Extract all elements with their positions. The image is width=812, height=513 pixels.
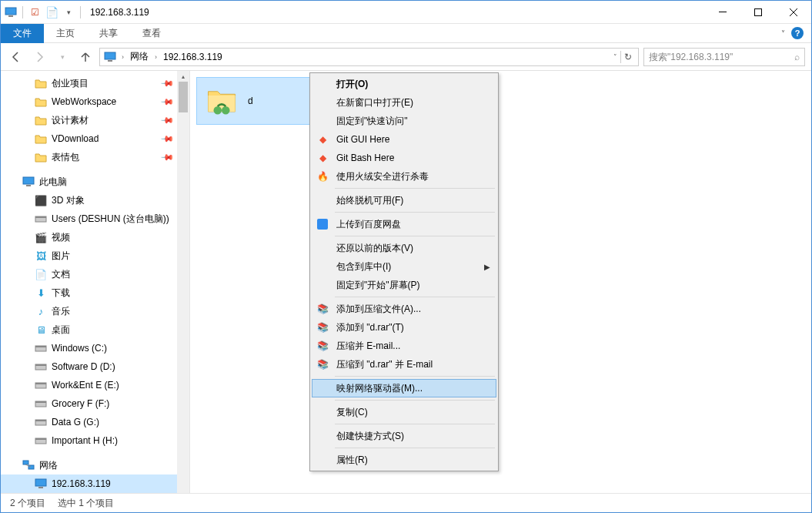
cm-open-new-window[interactable]: 在新窗口中打开(E) (312, 93, 496, 112)
ribbon-file-tab[interactable]: 文件 (1, 24, 44, 43)
winrar-icon: 📚 (316, 358, 329, 370)
sidebar-network[interactable]: 网络 (1, 456, 189, 474)
nav-back[interactable] (7, 48, 25, 66)
window-controls (705, 1, 811, 24)
sidebar-quick-item[interactable]: WebWorkspace📌 (1, 92, 189, 111)
search-icon[interactable]: ⌕ (794, 52, 800, 62)
nav-up[interactable] (76, 48, 95, 66)
addr-controls: ˅ ↻ (609, 51, 637, 63)
cm-restore-previous[interactable]: 还原以前的版本(V) (312, 239, 496, 257)
cm-rar-email-d[interactable]: 📚压缩到 "d.rar" 并 E-mail (312, 355, 496, 374)
cm-include-library[interactable]: 包含到库中(I)▶ (312, 257, 496, 276)
sidebar-network-host[interactable]: 192.168.3.119 (1, 474, 189, 493)
sidebar: 创业项目📌WebWorkspace📌设计素材📌VDownload📌表情包📌 此电… (1, 71, 190, 493)
folder-icon (35, 96, 47, 108)
cm-rar-email[interactable]: 📚压缩并 E-mail... (312, 337, 496, 355)
dropdown-icon[interactable]: ▾ (62, 5, 75, 19)
cm-huorong[interactable]: 🔥使用火绒安全进行杀毒 (312, 167, 496, 186)
search-bar[interactable]: ⌕ (643, 48, 805, 66)
cm-map-drive[interactable]: 映射网络驱动器(M)... (312, 379, 496, 397)
check-icon[interactable]: ☑ (28, 5, 42, 19)
pc-icon[interactable] (4, 5, 18, 19)
ribbon-share-tab[interactable]: 共享 (87, 24, 130, 43)
sidebar-quick-item[interactable]: 表情包📌 (1, 148, 189, 166)
cm-baidu-upload[interactable]: 上传到百度网盘 (312, 215, 496, 233)
git-icon: ◆ (316, 152, 329, 164)
file-icon[interactable]: 📄 (45, 5, 58, 19)
statusbar: 2 个项目 选中 1 个项目 (1, 493, 811, 513)
sidebar-pc-item[interactable]: Windows (C:) (1, 339, 189, 357)
winrar-icon: 📚 (316, 303, 329, 315)
sidebar-pc-item[interactable]: 🖼图片 (1, 246, 189, 265)
sidebar-pc-item[interactable]: Grocery F (F:) (1, 394, 189, 413)
svg-rect-21 (35, 420, 46, 421)
sidebar-thispc[interactable]: 此电脑 (1, 173, 189, 191)
sidebar-label: 3D 对象 (52, 194, 85, 207)
sidebar-pc-item[interactable]: 🎬视频 (1, 228, 189, 246)
sidebar-quick-item[interactable]: VDownload📌 (1, 129, 189, 148)
cm-properties[interactable]: 属性(R) (312, 451, 496, 469)
svg-rect-11 (35, 216, 46, 218)
cm-rar-add-d[interactable]: 📚添加到 "d.rar"(T) (312, 318, 496, 337)
drive-icon (35, 397, 47, 410)
sidebar-pc-item[interactable]: Software D (D:) (1, 357, 189, 376)
sidebar-quick-item[interactable]: 设计素材📌 (1, 111, 189, 129)
cm-rar-add[interactable]: 📚添加到压缩文件(A)... (312, 300, 496, 318)
pin-icon: 📌 (159, 112, 174, 127)
dl-icon: ⬇ (35, 287, 47, 299)
sidebar-label: Grocery F (F:) (52, 398, 109, 409)
cm-copy[interactable]: 复制(C) (312, 403, 496, 421)
network-icon (22, 459, 35, 471)
sidebar-pc-item[interactable]: Users (DESHUN (这台电脑)) (1, 210, 189, 228)
window-title: 192.168.3.119 (85, 7, 149, 18)
cm-pin-start[interactable]: 固定到"开始"屏幕(P) (312, 276, 496, 294)
sidebar-pc-item[interactable]: ♪音乐 (1, 302, 189, 320)
addr-host[interactable]: 192.168.3.119 (160, 52, 226, 62)
sidebar-scrollbar[interactable]: ▴ (177, 71, 189, 493)
chevron-icon[interactable]: › (152, 53, 160, 61)
sidebar-pc-item[interactable]: 📄文档 (1, 265, 189, 283)
status-selected: 选中 1 个项目 (58, 497, 114, 510)
git-icon: ◆ (316, 133, 329, 146)
addr-network[interactable]: 网络 (127, 50, 152, 63)
sidebar-pc-item[interactable]: Important H (H:) (1, 431, 189, 450)
cm-always-offline[interactable]: 始终脱机可用(F) (312, 191, 496, 210)
help-icon[interactable]: ? (791, 27, 804, 39)
sidebar-pc-item[interactable]: Data G (G:) (1, 413, 189, 431)
scroll-thumb[interactable] (179, 82, 188, 112)
cm-create-shortcut[interactable]: 创建快捷方式(S) (312, 427, 496, 445)
refresh-icon[interactable]: ↻ (624, 52, 632, 62)
status-items: 2 个项目 (10, 497, 45, 510)
sidebar-pc-item[interactable]: ⬇下载 (1, 283, 189, 302)
nav-forward[interactable] (30, 48, 48, 66)
address-bar[interactable]: › 网络 › 192.168.3.119 ˅ ↻ (99, 48, 639, 66)
nav-recent[interactable]: ▾ (53, 48, 72, 66)
navbar: ▾ › 网络 › 192.168.3.119 ˅ ↻ ⌕ (1, 43, 811, 71)
ribbon-view-tab[interactable]: 查看 (130, 24, 173, 43)
drive-icon (35, 360, 47, 373)
cm-git-bash[interactable]: ◆Git Bash Here (312, 149, 496, 167)
qat: ☑ 📄 ▾ (1, 5, 85, 19)
svg-rect-23 (35, 438, 46, 440)
sidebar-pc-item[interactable]: ⬛3D 对象 (1, 191, 189, 210)
ribbon-expand-icon[interactable]: ˅ (781, 29, 785, 38)
close-button[interactable] (776, 1, 811, 24)
minimize-button[interactable] (705, 1, 740, 24)
chevron-icon[interactable]: › (119, 53, 127, 61)
cm-git-gui[interactable]: ◆Git GUI Here (312, 130, 496, 149)
ribbon: 文件 主页 共享 查看 ˅ ? (1, 24, 811, 43)
pc-icon (35, 478, 47, 490)
folder-icon (35, 132, 47, 145)
cm-pin-quick[interactable]: 固定到"快速访问" (312, 112, 496, 130)
sidebar-quick-item[interactable]: 创业项目📌 (1, 74, 189, 92)
maximize-button[interactable] (740, 1, 776, 24)
addr-dropdown-icon[interactable]: ˅ (613, 53, 617, 61)
svg-rect-8 (23, 177, 34, 184)
svg-rect-28 (38, 487, 43, 488)
sidebar-pc-item[interactable]: Work&Ent E (E:) (1, 376, 189, 394)
sidebar-pc-item[interactable]: 🖥桌面 (1, 320, 189, 339)
cm-open[interactable]: 打开(O) (312, 75, 496, 93)
sidebar-label: 桌面 (52, 324, 70, 337)
search-input[interactable] (649, 52, 794, 62)
ribbon-home-tab[interactable]: 主页 (44, 24, 87, 43)
